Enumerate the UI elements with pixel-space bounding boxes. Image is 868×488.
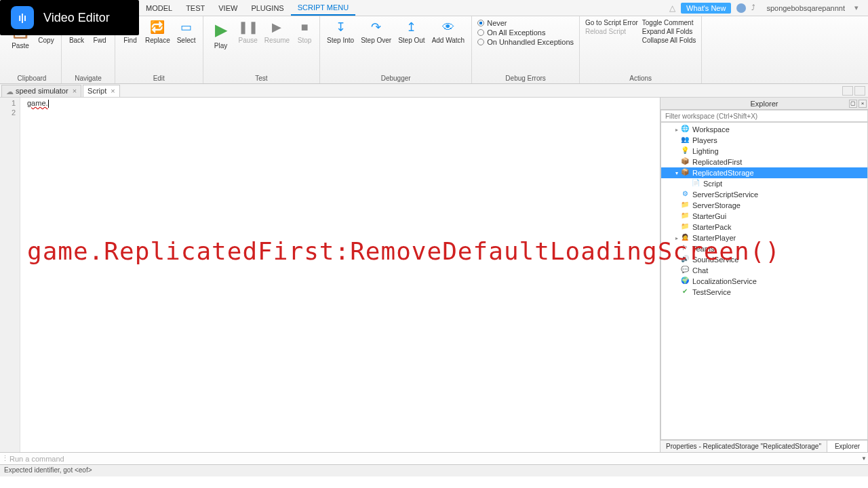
dock-toggle-2[interactable]: [854, 86, 865, 96]
dropdown-icon[interactable]: ▼: [861, 455, 867, 462]
expand-icon[interactable]: ▾: [673, 170, 680, 176]
play-button[interactable]: ▶ Play: [208, 18, 235, 51]
debug-error-all[interactable]: On All Exceptions: [477, 28, 574, 37]
file-tab-place-label: speed simulator: [16, 87, 68, 95]
select-label: Select: [177, 37, 196, 44]
tree-node-chat[interactable]: 💬Chat: [661, 265, 867, 276]
collapse-all-folds[interactable]: Collapse All Folds: [642, 37, 696, 44]
repl-icon: 📦: [680, 168, 690, 178]
select-button[interactable]: ▭ Select: [174, 18, 199, 45]
explorer-header: Explorer ▢×: [660, 98, 868, 110]
fwd-label: Fwd: [94, 37, 106, 44]
add-watch-button[interactable]: 👁 Add Watch: [429, 18, 468, 45]
tree-node-label: ReplicatedStorage: [692, 169, 754, 177]
tree-node-starterpack[interactable]: 📁StarterPack: [661, 222, 867, 232]
tab-plugins[interactable]: PLUGINS: [244, 1, 290, 15]
toggle-comment[interactable]: Toggle Comment: [642, 19, 696, 26]
tab-view[interactable]: VIEW: [212, 1, 244, 15]
help-icon[interactable]: [736, 3, 746, 13]
dock-toggle-1[interactable]: [842, 86, 853, 96]
resume-button[interactable]: ▶ Resume: [262, 18, 292, 45]
explorer-tab[interactable]: Explorer: [827, 441, 868, 452]
notification-icon[interactable]: △: [669, 3, 675, 13]
radio-icon: [477, 29, 484, 36]
ribbon-group-debugger: ↧ Step Into ↷ Step Over ↥ Step Out 👁 Add…: [320, 16, 472, 83]
resume-label: Resume: [264, 37, 290, 44]
line-gutter: 1 2: [0, 98, 20, 452]
tree-node-players[interactable]: 👥Players: [661, 135, 867, 146]
user-name[interactable]: spongebobsqarepannnt: [766, 4, 849, 12]
tree-node-label: StarterGui: [692, 212, 726, 220]
folder-icon: 📁: [680, 211, 690, 221]
file-tab-script[interactable]: Script ×: [83, 85, 120, 97]
explorer-tree[interactable]: ▸🌐Workspace👥Players💡Lighting📦ReplicatedF…: [660, 122, 868, 440]
step-out-icon: ↥: [403, 19, 420, 35]
file-tab-bar: ☁ speed simulator × Script ×: [0, 84, 868, 98]
reload-script: Reload Script: [585, 28, 638, 35]
file-tab-place[interactable]: ☁ speed simulator ×: [1, 85, 81, 97]
properties-tab[interactable]: Properties - ReplicatedStorage "Replicat…: [660, 441, 827, 452]
goto-script-error[interactable]: Go to Script Error: [585, 19, 638, 26]
test-group-label: Test: [255, 75, 267, 83]
tab-model[interactable]: MODEL: [139, 1, 179, 15]
explorer-title: Explorer: [751, 100, 778, 108]
tutorial-overlay-text: game.ReplicatedFirst:RemoveDefaultLoadin…: [27, 237, 781, 265]
line-number: 1: [0, 99, 20, 108]
command-bar[interactable]: ⋮ Run a command ▼: [0, 452, 868, 464]
tree-node-localizationservice[interactable]: 🌍LocalizationService: [661, 276, 867, 287]
right-panel: Explorer ▢× ▸🌐Workspace👥Players💡Lighting…: [660, 98, 868, 452]
panel-close-icon[interactable]: ×: [859, 100, 867, 108]
tree-node-startergui[interactable]: 📁StarterGui: [661, 211, 867, 222]
tree-node-label: Lighting: [692, 147, 719, 155]
step-over-button[interactable]: ↷ Step Over: [358, 18, 394, 45]
tree-node-replicatedstorage[interactable]: ▾📦ReplicatedStorage: [661, 167, 867, 178]
step-over-icon: ↷: [368, 19, 384, 35]
cloud-icon: ☁: [6, 87, 13, 94]
tree-node-serverstorage[interactable]: 📁ServerStorage: [661, 200, 867, 211]
debug-error-never[interactable]: Never: [477, 19, 574, 27]
tree-node-lighting[interactable]: 💡Lighting: [661, 146, 867, 157]
close-icon[interactable]: ×: [73, 87, 77, 95]
all-exceptions-label: On All Exceptions: [487, 28, 545, 37]
debugger-group-label: Debugger: [381, 75, 411, 83]
pause-label: Pause: [239, 37, 258, 44]
code-line-2: [27, 108, 653, 118]
explorer-filter-input[interactable]: [660, 110, 868, 122]
close-icon[interactable]: ×: [111, 87, 115, 95]
radio-icon: [477, 20, 484, 26]
find-label: Find: [123, 37, 136, 44]
step-into-button[interactable]: ↧ Step Into: [324, 18, 357, 45]
replace-button[interactable]: 🔁 Replace: [142, 18, 173, 45]
tree-node-serverscriptservice[interactable]: ⚙ServerScriptService: [661, 189, 867, 200]
stop-button[interactable]: ■ Stop: [294, 18, 315, 45]
expand-all-folds[interactable]: Expand All Folds: [642, 28, 696, 35]
step-out-button[interactable]: ↥ Step Out: [395, 18, 427, 45]
tab-test[interactable]: TEST: [179, 1, 212, 15]
dock-controls: [842, 86, 865, 96]
tree-node-replicatedfirst[interactable]: 📦ReplicatedFirst: [661, 157, 867, 167]
expand-icon[interactable]: ▸: [673, 127, 680, 133]
code-editor[interactable]: 1 2 game.: [0, 98, 660, 452]
panel-pin-icon[interactable]: ▢: [849, 100, 857, 108]
folder-icon: 📁: [680, 201, 690, 210]
tree-node-testservice[interactable]: ✔TestService: [661, 287, 867, 298]
share-icon[interactable]: ⤴: [751, 3, 761, 13]
tab-script-menu[interactable]: SCRIPT MENU: [291, 1, 356, 16]
main-area: 1 2 game. Explorer ▢× ▸🌐Workspace👥Player…: [0, 98, 868, 452]
user-dropdown-icon[interactable]: ▾: [854, 3, 864, 13]
sss-icon: ⚙: [680, 190, 690, 199]
step-out-label: Step Out: [398, 37, 425, 44]
pause-button[interactable]: ❚❚ Pause: [236, 18, 260, 45]
line-number: 2: [0, 108, 20, 118]
command-placeholder: Run a command: [9, 455, 64, 463]
debug-error-unhandled[interactable]: On Unhandled Exceptions: [477, 38, 574, 46]
whats-new-button[interactable]: What's New: [681, 3, 731, 14]
play-icon: ▶: [210, 19, 232, 41]
paste-label: Paste: [12, 42, 29, 49]
copy-label: Copy: [38, 37, 54, 44]
tree-node-script[interactable]: 📄Script: [661, 178, 867, 189]
code-text-area[interactable]: game.: [20, 98, 660, 452]
tree-node-workspace[interactable]: ▸🌐Workspace: [661, 124, 867, 135]
step-over-label: Step Over: [361, 37, 391, 44]
tree-node-label: ServerScriptService: [692, 190, 758, 199]
